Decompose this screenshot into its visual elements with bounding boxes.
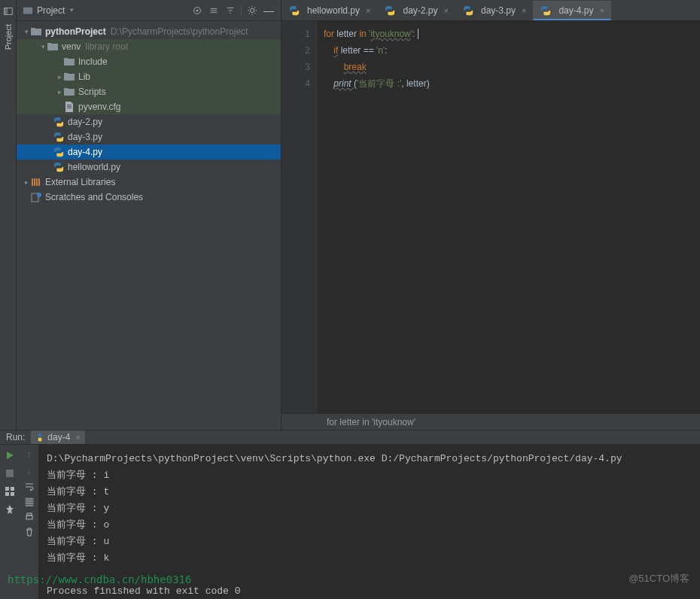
svg-rect-15 — [6, 470, 14, 477]
rerun-icon[interactable] — [4, 449, 16, 461]
locate-icon[interactable] — [191, 5, 203, 17]
python-file-icon — [462, 5, 474, 16]
editor-tab[interactable]: day-3.py× — [455, 1, 533, 20]
scratches-icon — [30, 192, 42, 202]
editor-area: helloworld.py×day-2.py×day-3.py×day-4.py… — [282, 0, 700, 430]
svg-rect-8 — [67, 108, 72, 108]
svg-rect-20 — [26, 515, 32, 519]
tree-file[interactable]: day-4.py — [17, 144, 281, 160]
close-icon[interactable]: × — [366, 6, 370, 15]
project-rail-icon — [3, 6, 14, 17]
project-view-selector[interactable]: Project ▼ — [23, 5, 75, 16]
close-icon[interactable]: × — [444, 6, 449, 15]
folder-icon — [63, 87, 75, 97]
python-file-icon — [53, 162, 65, 172]
tree-item[interactable]: pyvenv.cfg — [17, 99, 281, 114]
python-file-icon — [384, 5, 396, 16]
tree-file[interactable]: day-2.py — [17, 114, 281, 129]
breadcrumb-bar[interactable]: for letter in 'ityouknow' — [282, 413, 700, 430]
tree-scratches[interactable]: Scratches and Consoles — [17, 190, 281, 205]
svg-rect-1 — [4, 8, 7, 15]
project-icon — [23, 5, 33, 16]
python-file-icon — [53, 132, 65, 142]
svg-point-5 — [250, 8, 254, 12]
python-file-icon — [540, 5, 552, 16]
file-icon — [63, 102, 75, 112]
run-label: Run: — [6, 432, 25, 442]
gear-icon[interactable] — [246, 5, 258, 17]
run-config-tab[interactable]: day-4 × — [31, 430, 84, 444]
down-icon[interactable]: ↓ — [27, 466, 32, 476]
trash-icon[interactable] — [25, 528, 34, 537]
code-editor[interactable]: for letter in 'ityouknow': if letter == … — [318, 21, 700, 413]
up-icon[interactable]: ↑ — [27, 449, 32, 460]
watermark-left: https://www.cndba.cn/hbhe0316 — [8, 573, 191, 585]
project-tree[interactable]: ▾ pythonProject D:\PycharmProjects\pytho… — [17, 21, 281, 430]
watermark-right: @51CTO博客 — [628, 572, 689, 585]
svg-point-14 — [37, 193, 41, 197]
folder-icon — [63, 71, 75, 82]
stop-icon[interactable] — [4, 467, 16, 479]
python-icon — [35, 433, 44, 442]
tree-item[interactable]: ▸ Lib — [17, 69, 281, 84]
python-file-icon — [53, 117, 65, 127]
tree-venv[interactable]: ▾ venv library root — [17, 39, 281, 54]
run-header: Run: day-4 × — [0, 430, 700, 445]
svg-rect-2 — [23, 7, 32, 14]
left-tool-rail: Project — [0, 0, 17, 430]
scroll-to-end-icon[interactable] — [25, 497, 34, 506]
editor-tab[interactable]: day-4.py× — [533, 1, 610, 20]
project-root-name: pythonProject — [45, 26, 106, 37]
project-panel-header: Project ▼ — — [17, 0, 281, 21]
svg-rect-19 — [11, 492, 14, 496]
svg-rect-10 — [34, 178, 35, 186]
editor-tab[interactable]: helloworld.py× — [282, 1, 377, 20]
svg-rect-7 — [67, 106, 72, 107]
folder-icon — [63, 56, 75, 67]
chevron-down-icon: ▼ — [68, 7, 75, 14]
svg-point-4 — [196, 9, 199, 11]
layout-icon[interactable] — [4, 485, 16, 497]
close-icon[interactable]: × — [522, 6, 526, 15]
tree-external-libs[interactable]: ▸ External Libraries — [17, 175, 281, 190]
venv-name: venv — [62, 41, 81, 52]
print-icon[interactable] — [25, 512, 34, 521]
collapse-all-icon[interactable] — [224, 5, 236, 17]
editor-gutter: 1234 — [282, 21, 318, 413]
folder-icon — [47, 41, 59, 52]
project-panel: Project ▼ — ▾ pythonProject D:\PycharmPr… — [17, 0, 282, 430]
project-tool-tab[interactable]: Project — [4, 20, 13, 54]
venv-hint: library root — [85, 41, 128, 52]
svg-rect-21 — [27, 513, 32, 515]
svg-rect-16 — [5, 487, 9, 491]
project-view-label: Project — [37, 5, 65, 16]
svg-rect-11 — [36, 178, 38, 186]
tree-project-root[interactable]: ▾ pythonProject D:\PycharmProjects\pytho… — [17, 24, 281, 39]
svg-rect-12 — [38, 178, 40, 186]
svg-rect-6 — [67, 105, 72, 105]
libraries-icon — [30, 177, 42, 187]
svg-rect-17 — [11, 487, 14, 491]
expand-all-icon[interactable] — [208, 5, 220, 17]
folder-icon — [30, 26, 42, 37]
tree-file[interactable]: helloworld.py — [17, 160, 281, 175]
tree-item[interactable]: Include — [17, 54, 281, 69]
pin-icon[interactable] — [4, 503, 16, 515]
svg-rect-9 — [32, 178, 33, 186]
python-file-icon — [53, 147, 65, 157]
close-icon[interactable]: × — [599, 6, 604, 15]
close-icon[interactable]: × — [75, 433, 80, 442]
editor-tab[interactable]: day-2.py× — [377, 1, 455, 20]
soft-wrap-icon[interactable] — [25, 482, 34, 491]
python-file-icon — [288, 5, 300, 16]
tree-item[interactable]: ▸ Scripts — [17, 84, 281, 99]
project-root-path: D:\PycharmProjects\pythonProject — [111, 26, 248, 37]
editor-tab-bar: helloworld.py×day-2.py×day-3.py×day-4.py… — [282, 0, 700, 21]
hide-panel-icon[interactable]: — — [263, 5, 275, 17]
tree-file[interactable]: day-3.py — [17, 129, 281, 144]
svg-rect-18 — [5, 492, 9, 496]
